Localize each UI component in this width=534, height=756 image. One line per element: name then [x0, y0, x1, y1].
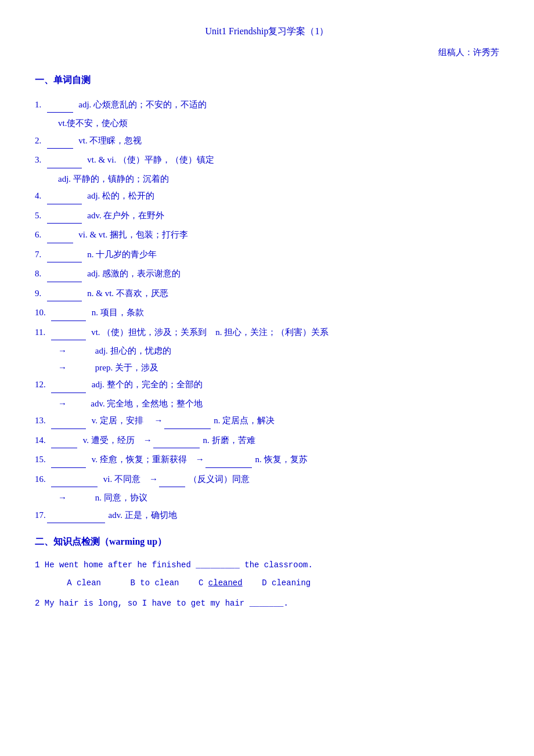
blank-4[interactable] — [47, 187, 82, 204]
vocab-item-5: 5. adv. 在户外，在野外 — [35, 207, 499, 224]
exercise-2: 2 My hair is long, so I have to get my h… — [35, 596, 499, 611]
vocab-item-16: 16. vi. 不同意 → （反义词）同意 — [35, 470, 499, 488]
blank-5[interactable] — [47, 207, 82, 224]
vocab-item-1: 1. adj. 心烦意乱的；不安的，不适的 — [35, 96, 499, 113]
blank-11b[interactable] — [67, 363, 93, 372]
exercise-1: 1 He went home after he finished _______… — [35, 557, 499, 573]
vocab-item-12-sub1: → adv. 完全地，全然地；整个地 — [35, 395, 499, 412]
blank-10[interactable] — [51, 304, 86, 321]
blank-15[interactable] — [51, 451, 86, 468]
vocab-item-16-sub1: → n. 同意，协议 — [35, 489, 499, 506]
vocab-item-1-sub: vt.使不安，使心烦 — [35, 115, 499, 132]
blank-6[interactable] — [47, 226, 73, 243]
section1-heading: 一、单词自测 — [35, 72, 499, 89]
blank-1[interactable] — [47, 96, 73, 113]
page-title: Unit1 Friendship复习学案（1） — [35, 23, 499, 40]
vocab-item-3-sub: adj. 平静的，镇静的；沉着的 — [35, 171, 499, 188]
vocab-item-7: 7. n. 十几岁的青少年 — [35, 246, 499, 263]
blank-13a[interactable] — [164, 412, 211, 429]
vocab-item-14: 14. v. 遭受，经历 → n. 折磨，苦难 — [35, 431, 499, 449]
vocab-item-11-sub2: → prep. 关于，涉及 — [35, 359, 499, 376]
blank-9[interactable] — [47, 285, 82, 302]
blank-2[interactable] — [47, 132, 73, 149]
blank-13[interactable] — [51, 412, 86, 429]
blank-7[interactable] — [47, 246, 82, 263]
section2: 二、知识点检测（warming up） 1 He went home after… — [35, 534, 499, 611]
vocab-item-15: 15. v. 痊愈，恢复；重新获得 → n. 恢复，复苏 — [35, 451, 499, 468]
blank-14a[interactable] — [153, 431, 200, 449]
blank-16b[interactable] — [67, 493, 93, 502]
vocab-item-10: 10. n. 项目，条款 — [35, 304, 499, 321]
blank-3[interactable] — [47, 151, 82, 168]
blank-8[interactable] — [47, 265, 82, 282]
vocab-item-3: 3. vt. & vi. （使）平静，（使）镇定 — [35, 151, 499, 168]
vocab-item-13: 13. v. 定居，安排 → n. 定居点，解决 — [35, 412, 499, 429]
vocab-item-9: 9. n. & vt. 不喜欢，厌恶 — [35, 285, 499, 302]
blank-15a[interactable] — [205, 451, 252, 468]
blank-12a[interactable] — [67, 399, 89, 408]
exercise-1-options: A clean B to clean C cleaned D cleaning — [35, 576, 499, 591]
vocab-item-11-sub1: → adj. 担心的，忧虑的 — [35, 343, 499, 359]
blank-11a[interactable] — [67, 346, 93, 355]
blank-16a[interactable] — [159, 470, 185, 488]
vocab-item-17: 17. adv. 正是，确切地 — [35, 506, 499, 524]
blank-11[interactable] — [51, 323, 86, 341]
blank-16[interactable] — [51, 470, 98, 488]
vocab-item-2: 2. vt. 不理睬，忽视 — [35, 132, 499, 149]
vocab-list: 1. adj. 心烦意乱的；不安的，不适的 vt.使不安，使心烦 2. vt. … — [35, 96, 499, 524]
author-line: 组稿人：许秀芳 — [35, 45, 499, 60]
vocab-item-12: 12. adj. 整个的，完全的；全部的 — [35, 376, 499, 393]
blank-14[interactable] — [51, 431, 77, 449]
vocab-item-6: 6. vi. & vt. 捆扎，包装；打行李 — [35, 226, 499, 243]
section2-heading: 二、知识点检测（warming up） — [35, 534, 499, 550]
vocab-item-4: 4. adj. 松的，松开的 — [35, 187, 499, 204]
vocab-item-11: 11. vt. （使）担忧，涉及；关系到 n. 担心，关注；（利害）关系 — [35, 323, 499, 341]
blank-12[interactable] — [51, 376, 86, 393]
vocab-item-8: 8. adj. 感激的，表示谢意的 — [35, 265, 499, 282]
blank-17[interactable] — [47, 506, 105, 524]
